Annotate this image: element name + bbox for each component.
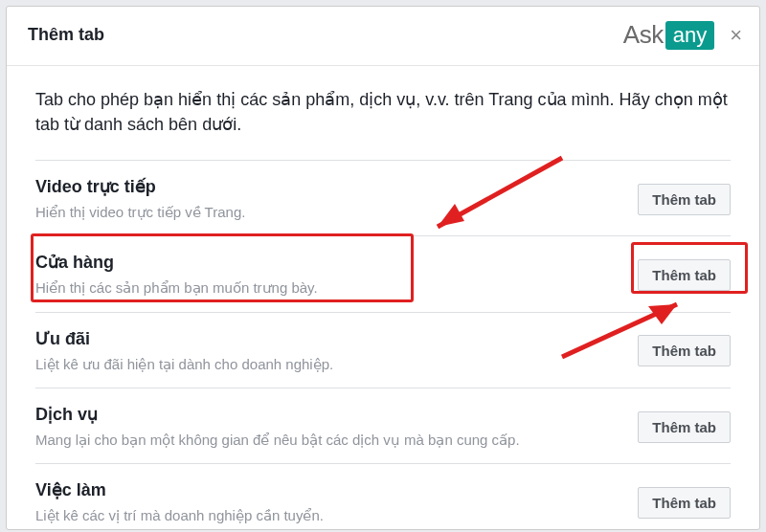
modal-description: Tab cho phép bạn hiển thị các sản phẩm, … bbox=[35, 87, 731, 137]
add-tab-button-offers[interactable]: Thêm tab bbox=[638, 335, 731, 366]
tab-title: Dịch vụ bbox=[35, 404, 619, 425]
modal-body: Tab cho phép bạn hiển thị các sản phẩm, … bbox=[7, 66, 759, 530]
close-icon[interactable]: × bbox=[730, 25, 742, 46]
tab-info: Video trực tiếp Hiển thị video trực tiếp… bbox=[35, 176, 619, 222]
tab-desc: Mang lại cho bạn một không gian để nêu b… bbox=[35, 431, 619, 450]
modal-header: Thêm tab Ask any × bbox=[7, 7, 759, 66]
header-right: Ask any × bbox=[623, 20, 742, 50]
logo-text-any: any bbox=[665, 21, 714, 50]
tab-row-shop: Cửa hàng Hiển thị các sản phẩm bạn muốn … bbox=[35, 235, 731, 311]
tab-title: Cửa hàng bbox=[35, 252, 619, 273]
add-tab-button-video[interactable]: Thêm tab bbox=[638, 184, 731, 215]
tab-title: Video trực tiếp bbox=[35, 176, 619, 197]
tab-row-services: Dịch vụ Mang lại cho bạn một không gian … bbox=[35, 388, 731, 463]
tab-row-video: Video trực tiếp Hiển thị video trực tiếp… bbox=[35, 160, 731, 235]
tab-info: Việc làm Liệt kê các vị trí mà doanh ngh… bbox=[35, 479, 619, 525]
tab-info: Ưu đãi Liệt kê ưu đãi hiện tại dành cho … bbox=[35, 328, 619, 374]
tab-desc: Hiển thị các sản phẩm bạn muốn trưng bày… bbox=[35, 278, 619, 298]
add-tab-button-services[interactable]: Thêm tab bbox=[638, 411, 731, 443]
add-tab-modal: Thêm tab Ask any × Tab cho phép bạn hiển… bbox=[6, 6, 760, 530]
tab-row-jobs: Việc làm Liệt kê các vị trí mà doanh ngh… bbox=[35, 463, 731, 530]
tab-info: Dịch vụ Mang lại cho bạn một không gian … bbox=[35, 404, 619, 450]
tab-desc: Liệt kê ưu đãi hiện tại dành cho doanh n… bbox=[35, 355, 619, 374]
tab-row-offers: Ưu đãi Liệt kê ưu đãi hiện tại dành cho … bbox=[35, 312, 731, 388]
modal-title: Thêm tab bbox=[28, 25, 104, 45]
tab-info: Cửa hàng Hiển thị các sản phẩm bạn muốn … bbox=[35, 252, 619, 298]
tab-title: Ưu đãi bbox=[35, 328, 619, 349]
askany-logo: Ask any bbox=[623, 20, 714, 50]
add-tab-button-jobs[interactable]: Thêm tab bbox=[638, 487, 731, 519]
tab-title: Việc làm bbox=[35, 479, 619, 500]
logo-text-ask: Ask bbox=[623, 20, 664, 50]
add-tab-button-shop[interactable]: Thêm tab bbox=[638, 259, 731, 291]
tab-desc: Hiển thị video trực tiếp về Trang. bbox=[35, 203, 619, 222]
tab-desc: Liệt kê các vị trí mà doanh nghiệp cần t… bbox=[35, 506, 619, 525]
